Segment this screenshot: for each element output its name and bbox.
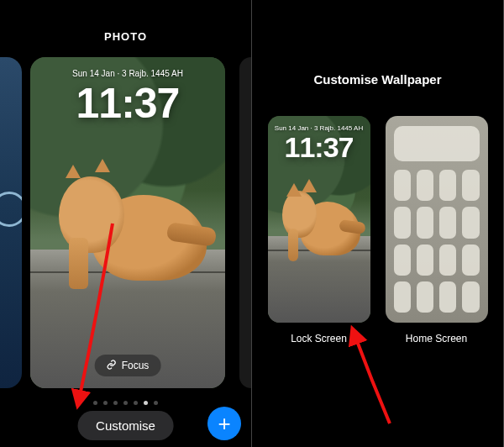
customise-button[interactable]: Customise xyxy=(77,411,174,440)
app-icon-placeholder xyxy=(417,207,433,238)
link-icon xyxy=(107,360,117,371)
app-icon-placeholder xyxy=(462,207,479,238)
lockscreen-thumb[interactable]: Sun 14 Jan · 3 Rajb. 1445 AH 11:37 Lock … xyxy=(268,116,370,344)
focus-button[interactable]: Focus xyxy=(95,355,161,376)
page-dot[interactable] xyxy=(154,401,158,405)
homescreen-thumb[interactable]: Home Screen xyxy=(386,116,488,344)
thumb-lockscreen-time: 11:37 xyxy=(268,131,370,164)
page-dot[interactable] xyxy=(134,401,138,405)
app-icon-placeholder xyxy=(417,281,433,313)
app-icon-placeholder xyxy=(394,207,411,238)
app-icon-placeholder xyxy=(439,170,456,201)
gallery-category-label: PHOTO xyxy=(0,0,251,43)
focus-label: Focus xyxy=(122,360,150,371)
app-icon-placeholder xyxy=(417,170,433,201)
plus-icon: + xyxy=(218,411,230,436)
customise-wallpaper-panel: Customise Wallpaper Sun 14 Jan · 3 R xyxy=(252,0,504,447)
app-icon-placeholder xyxy=(394,170,411,201)
page-dot[interactable] xyxy=(93,401,97,405)
app-icon-placeholder xyxy=(417,245,433,276)
app-icon-placeholder xyxy=(439,281,456,313)
wallpaper-subject-cat xyxy=(46,143,210,295)
annotation-arrow-icon xyxy=(346,329,405,434)
page-dot[interactable] xyxy=(123,401,128,405)
lockscreen-date: Sun 14 Jan · 3 Rajb. 1445 AH xyxy=(30,69,225,78)
page-dots xyxy=(0,401,251,405)
lockscreen-label: Lock Screen xyxy=(268,333,370,344)
app-icon-placeholder xyxy=(462,170,479,201)
app-icon-placeholder xyxy=(462,245,479,276)
wallpaper-gallery-panel: PHOTO Sun 14 Jan · 3 Rajb. 1445 AH 11:37 xyxy=(0,0,252,447)
next-wallpaper-peek[interactable] xyxy=(239,57,251,388)
current-wallpaper-card[interactable]: Sun 14 Jan · 3 Rajb. 1445 AH 11:37 Focus xyxy=(30,57,225,388)
app-icon-placeholder xyxy=(439,245,456,276)
app-icon-placeholder xyxy=(462,281,479,313)
page-dot[interactable] xyxy=(103,401,108,405)
add-wallpaper-button[interactable]: + xyxy=(207,407,241,440)
app-icon-placeholder xyxy=(394,245,411,276)
lockscreen-time: 11:37 xyxy=(30,79,225,128)
page-dot[interactable] xyxy=(113,401,118,405)
app-icon-placeholder xyxy=(439,207,456,238)
app-icon-placeholder xyxy=(394,281,411,313)
homescreen-label: Home Screen xyxy=(386,333,488,344)
app-grid xyxy=(394,170,480,313)
page-dot[interactable] xyxy=(144,401,148,405)
prev-wallpaper-peek[interactable] xyxy=(0,57,22,388)
widget-placeholder xyxy=(394,126,480,161)
customise-title: Customise Wallpaper xyxy=(252,0,503,87)
